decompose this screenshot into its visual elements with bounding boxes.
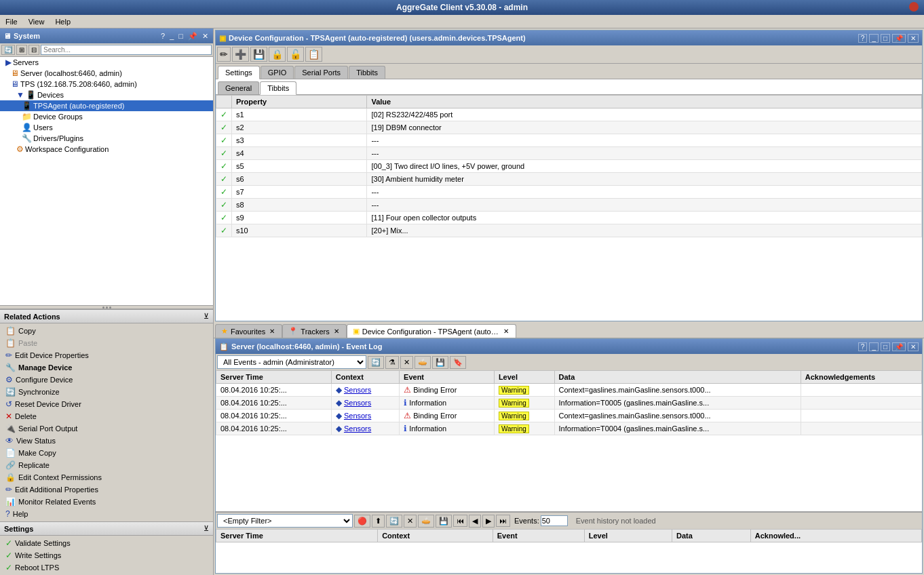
toolbar-btn-3[interactable]: 💾 — [250, 47, 267, 62]
sub-tab-tibbits[interactable]: Tibbits — [260, 81, 296, 95]
action-validate-settings[interactable]: ✓ Validate Settings — [0, 537, 213, 549]
tree-item-workspace[interactable]: ⚙ Workspace Configuration — [0, 144, 213, 155]
event-log-pin-btn[interactable]: 📌 — [892, 342, 906, 351]
context-link[interactable]: Sensors — [344, 424, 371, 433]
toolbar-btn-6[interactable]: 📋 — [305, 47, 322, 62]
second-nav-last[interactable]: ⏭ — [496, 515, 510, 527]
toolbar-btn-1[interactable]: ✏ — [217, 47, 231, 62]
bottom-tab-favourites[interactable]: ★ Favourites ✕ — [215, 324, 282, 338]
tree-item-drivers[interactable]: 🔧 Drivers/Plugins — [0, 133, 213, 144]
maximize-icon[interactable]: □ — [177, 32, 185, 41]
help-icon[interactable]: ? — [159, 32, 166, 41]
action-help[interactable]: ? Help — [0, 508, 213, 520]
second-event-btn3[interactable]: 🔄 — [386, 515, 402, 528]
collapse-btn[interactable]: ⊟ — [28, 45, 39, 55]
action-edit-additional-props[interactable]: ✏ Edit Additional Properties — [0, 483, 213, 496]
events-count-input[interactable] — [541, 515, 568, 526]
close-button[interactable] — [909, 2, 919, 12]
second-nav-next[interactable]: ▶ — [482, 515, 495, 528]
tree-item-tpsagent[interactable]: 📱 TPSAgent (auto-registered) — [0, 100, 213, 111]
action-replicate[interactable]: 🔗 Replicate — [0, 459, 213, 471]
action-configure-device[interactable]: ⚙ Configure Device — [0, 374, 213, 386]
second-event-btn2[interactable]: ⬆ — [372, 515, 385, 528]
minimize-icon[interactable]: _ — [168, 32, 175, 41]
second-event-btn1[interactable]: 🔴 — [354, 515, 370, 528]
favourites-close[interactable]: ✕ — [268, 328, 276, 335]
bottom-tab-device-config[interactable]: ▣ Device Configuration - TPSAgent (auto-… — [347, 324, 516, 338]
action-synchronize[interactable]: 🔄 Synchronize — [0, 386, 213, 398]
second-nav-prev[interactable]: ◀ — [469, 515, 481, 528]
tab-gpio[interactable]: GPIO — [261, 66, 294, 79]
second-event-btn4[interactable]: ✕ — [404, 515, 417, 528]
tab-tibbits[interactable]: Tibbits — [349, 66, 385, 79]
toolbar-btn-4[interactable]: 🔒 — [269, 47, 286, 62]
close-panel-icon[interactable]: ✕ — [201, 32, 210, 41]
toolbar-btn-5[interactable]: 🔓 — [287, 47, 304, 62]
event-mark-btn[interactable]: 🔖 — [450, 356, 466, 369]
event-clear-btn[interactable]: ✕ — [400, 356, 413, 369]
tab-serial-ports[interactable]: Serial Ports — [294, 66, 348, 79]
related-actions-collapse-icon: ⊻ — [204, 312, 209, 321]
device-config-tab-close[interactable]: ✕ — [502, 328, 510, 335]
event-save-btn[interactable]: 💾 — [432, 356, 448, 369]
tab-settings[interactable]: Settings — [218, 66, 260, 79]
device-config-help-btn[interactable]: ? — [858, 34, 868, 43]
action-manage-device[interactable]: 🔧 Manage Device — [0, 361, 213, 374]
event-log-help-btn[interactable]: ? — [858, 342, 868, 351]
action-view-status[interactable]: 👁 View Status — [0, 435, 213, 447]
device-config-min-btn[interactable]: _ — [869, 34, 879, 43]
device-config-pin-btn[interactable]: 📌 — [892, 34, 906, 43]
row-value: [11] Four open collector outputs — [367, 212, 922, 224]
menu-file[interactable]: File — [3, 17, 20, 26]
action-make-copy[interactable]: 📄 Make Copy — [0, 447, 213, 459]
action-write-settings[interactable]: ✓ Write Settings — [0, 549, 213, 561]
device-config-max-btn[interactable]: □ — [881, 34, 890, 43]
event-filter-select[interactable]: All Events - admin (Administrator) — [217, 355, 366, 369]
menu-view[interactable]: View — [26, 17, 47, 26]
action-copy[interactable]: 📋 Copy — [0, 325, 213, 337]
second-nav-first[interactable]: ⏮ — [453, 515, 467, 527]
second-event-btn6[interactable]: 💾 — [436, 515, 452, 528]
second-event-btn5[interactable]: 🥧 — [418, 515, 434, 528]
settings-section-header[interactable]: Settings ⊻ — [0, 522, 213, 536]
action-monitor-events[interactable]: 📊 Monitor Related Events — [0, 496, 213, 508]
event-filter-btn[interactable]: ⚗ — [385, 356, 399, 369]
row-property: s8 — [232, 199, 367, 212]
context-link[interactable]: Sensors — [344, 412, 371, 420]
related-actions-header[interactable]: Related Actions ⊻ — [0, 310, 213, 323]
tree-item-device-groups[interactable]: 📁 Device Groups — [0, 111, 213, 122]
sub-tab-general[interactable]: General — [218, 81, 259, 94]
row-value: --- — [367, 199, 922, 212]
action-delete[interactable]: ✕ Delete — [0, 410, 213, 422]
pin-icon[interactable]: 📌 — [187, 32, 199, 41]
tree-item-users[interactable]: 👤 Users — [0, 122, 213, 133]
device-config-controls: ? _ □ 📌 ✕ — [858, 34, 919, 43]
event-log-min-btn[interactable]: _ — [869, 342, 879, 351]
event-log-close-btn[interactable]: ✕ — [908, 342, 919, 351]
toolbar-btn-2[interactable]: ➕ — [232, 47, 249, 62]
tree-search-input[interactable] — [41, 45, 212, 55]
trackers-close[interactable]: ✕ — [332, 328, 341, 335]
event-pie-btn[interactable]: 🥧 — [415, 356, 431, 369]
action-reset-driver[interactable]: ↺ Reset Device Driver — [0, 398, 213, 410]
action-edit-context-perms[interactable]: 🔒 Edit Context Permissions — [0, 471, 213, 483]
menu-help[interactable]: Help — [52, 17, 73, 26]
action-edit-device-props[interactable]: ✏ Edit Device Properties — [0, 349, 213, 361]
bottom-tab-trackers[interactable]: 📍 Trackers ✕ — [282, 324, 346, 338]
refresh-btn[interactable]: 🔄 — [1, 45, 15, 55]
tree-item-server-tps[interactable]: 🖥 TPS (192.168.75.208:6460, admin) — [0, 79, 213, 90]
context-link[interactable]: Sensors — [344, 399, 371, 407]
tree-item-server-local[interactable]: 🖥 Server (localhost:6460, admin) — [0, 68, 213, 79]
event-refresh-btn[interactable]: 🔄 — [368, 356, 384, 369]
event-log-max-btn[interactable]: □ — [881, 342, 890, 351]
context-link[interactable]: Sensors — [344, 386, 371, 394]
action-serial-port[interactable]: 🔌 Serial Port Output — [0, 422, 213, 435]
tree-item-devices[interactable]: ▼ 📱 Devices — [0, 90, 213, 100]
row-property: s7 — [232, 186, 367, 199]
second-filter-select[interactable]: <Empty Filter> — [217, 514, 353, 528]
expand-btn[interactable]: ⊞ — [16, 45, 27, 55]
action-reboot-ltps[interactable]: ✓ Reboot LTPS — [0, 561, 213, 574]
tree-item-servers[interactable]: ▶ Servers — [0, 57, 213, 68]
device-config-close-btn[interactable]: ✕ — [908, 34, 919, 43]
event-type: ℹ Information — [400, 422, 495, 435]
